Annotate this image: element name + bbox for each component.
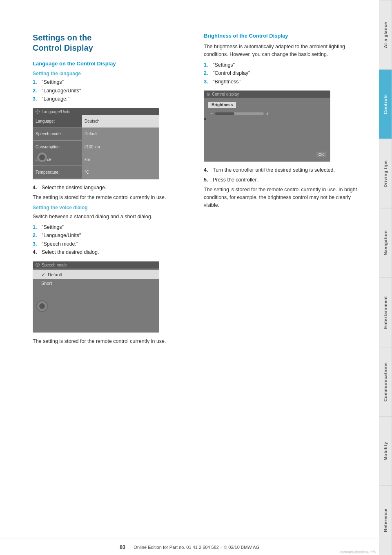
language-units-screen: ⊙ Language/Units Language: Speech mode: …: [33, 108, 159, 179]
language-section-heading: Language on the Control Display: [33, 60, 187, 67]
tab-reference[interactable]: Reference: [379, 486, 392, 555]
right-column: Brightness of the Control Display The br…: [204, 33, 359, 526]
page-number: 83: [120, 544, 125, 550]
brightness-body-text: The brightness is automatically adapted …: [204, 43, 359, 58]
lang-row-label-language: Language:: [33, 115, 82, 128]
brightness-steps: 1. "Settings" 2. "Control display" 3. "B…: [204, 62, 359, 86]
lang-val-speech: Default: [82, 128, 159, 141]
tab-bar: At a glance Controls Driving tips Naviga…: [379, 0, 392, 555]
language-steps: 1. "Settings" 2. "Language/Units" 3. "La…: [33, 79, 187, 103]
brightness-slider-row: − +: [208, 111, 269, 116]
lang-row-label-speech: Speech mode:: [33, 128, 82, 141]
language-step-4: 4. Select the desired language.: [33, 184, 187, 192]
voice-dialog-subheading: Setting the voice dialog: [33, 205, 187, 210]
watermark: carmanualsonline.info: [340, 550, 376, 554]
language-step-2: 2. "Language/Units": [33, 87, 187, 95]
voice-steps: 1. "Settings" 2. "Language/Units" 3. "Sp…: [33, 224, 187, 256]
brightness-label: Brightness: [208, 102, 236, 108]
main-content: Settings on theControl Display Language …: [0, 0, 379, 539]
setting-language-subheading: Setting the language: [33, 71, 187, 76]
brightness-step-2: 2. "Control display": [204, 70, 359, 77]
tab-entertainment[interactable]: Entertainment: [379, 278, 392, 347]
arrow-indicator: ↗: [204, 115, 207, 124]
left-column: Settings on theControl Display Language …: [33, 33, 187, 526]
footer-text: Online Edition for Part no. 01 41 2 604 …: [134, 545, 259, 550]
brightness-screen: ⊙ Control display Brightness − + OK: [204, 90, 330, 162]
speech-mode-screen: ⊙ Speech mode ✓ Default Short: [33, 261, 159, 333]
tab-navigation[interactable]: Navigation: [379, 208, 392, 278]
lang-val-temperature: °C: [82, 166, 159, 179]
brightness-slider: [215, 112, 264, 115]
speech-item-short: Short: [33, 279, 159, 287]
brightness-step-3: 3. "Brightness": [204, 78, 359, 86]
voice-step-1: 1. "Settings": [33, 224, 187, 231]
page-title: Settings on theControl Display: [33, 33, 187, 53]
tab-driving-tips[interactable]: Driving tips: [379, 139, 392, 208]
brightness-screen-icon: ⊙: [207, 92, 210, 96]
lang-val-language: Deutsch: [82, 115, 159, 128]
brightness-heading: Brightness of the Control Display: [204, 33, 359, 39]
voice-step-2: 2. "Language/Units": [33, 232, 187, 239]
voice-body-text: The setting is stored for the remote con…: [33, 338, 187, 345]
lang-val-consumption: l/100 km: [82, 141, 159, 153]
speech-screen-icon: ⊙: [36, 263, 40, 267]
tab-controls[interactable]: Controls: [379, 69, 392, 139]
tab-mobility[interactable]: Mobility: [379, 416, 392, 486]
lang-row-label-temperature: Temperature:: [33, 166, 82, 179]
language-body-text: The setting is stored for the remote con…: [33, 194, 187, 201]
brightness-body-text-2: The setting is stored for the remote con…: [204, 186, 359, 209]
screen-icon: ⊙: [36, 110, 40, 114]
speech-controller-button: [36, 300, 48, 312]
controller-button: [36, 152, 48, 163]
tab-communications[interactable]: Communications: [379, 347, 392, 416]
brightness-step-4: 4. Turn the controller until the desired…: [204, 167, 359, 174]
language-step-1: 1. "Settings": [33, 79, 187, 86]
lang-val-distance: km: [82, 153, 159, 166]
tab-at-a-glance[interactable]: At a glance: [379, 0, 392, 69]
brightness-step-1: 1. "Settings": [204, 62, 359, 69]
footer: 83 Online Edition for Part no. 01 41 2 6…: [0, 539, 379, 555]
language-step-3: 3. "Language:": [33, 96, 187, 103]
screen-bottom-btn: OK: [316, 152, 326, 157]
speech-item-default: ✓ Default: [33, 270, 159, 279]
voice-step-4: 4. Select the desired dialog.: [33, 249, 187, 256]
voice-step-3: 3. "Speech mode:": [33, 241, 187, 248]
brightness-step-5: 5. Press the controller.: [204, 177, 359, 184]
voice-dialog-body: Switch between a standard dialog and a s…: [33, 213, 187, 221]
